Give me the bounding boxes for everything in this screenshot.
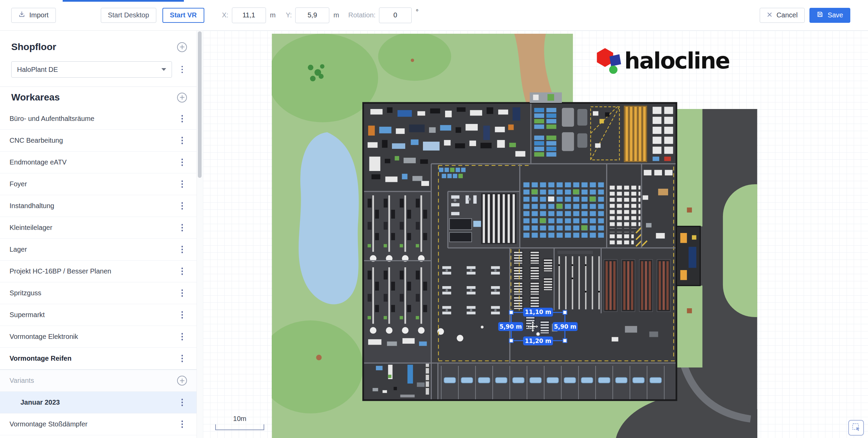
workarea-label: Endmontage eATV: [10, 158, 177, 166]
add-variant-button[interactable]: [177, 376, 187, 386]
workarea-item[interactable]: Vormontage Stoßdämpfer: [0, 413, 196, 435]
toolbar: Import Start Desktop Start VR X: m Y: m …: [0, 0, 868, 31]
dimension-label-left: 5,90 m: [498, 322, 523, 331]
workarea-item[interactable]: Kleinteilelager: [0, 217, 196, 239]
svg-text:11,20 m: 11,20 m: [525, 338, 551, 344]
svg-text:5,90 m: 5,90 m: [554, 323, 577, 330]
save-label: Save: [827, 11, 843, 19]
side-building: [676, 226, 700, 286]
import-button[interactable]: Import: [11, 8, 56, 23]
kebab-menu-icon[interactable]: [177, 266, 187, 277]
kebab-menu-icon[interactable]: [177, 201, 187, 211]
rotation-input[interactable]: [379, 7, 412, 23]
kebab-menu-icon[interactable]: [177, 223, 187, 233]
kebab-menu-icon[interactable]: [177, 310, 187, 320]
workarea-item[interactable]: CNC Bearbeitung: [0, 130, 196, 152]
add-workarea-button[interactable]: [177, 93, 187, 103]
add-shopfloor-button[interactable]: [177, 42, 187, 52]
plant-select-value: HaloPlant DE: [17, 66, 58, 74]
plant-kebab-menu-icon[interactable]: [177, 64, 187, 75]
kebab-menu-icon[interactable]: [177, 332, 187, 342]
kebab-menu-icon[interactable]: [177, 136, 187, 146]
variants-header: Variants: [0, 370, 196, 392]
pallet-storage: [523, 182, 604, 240]
cancel-label: Cancel: [776, 11, 798, 19]
x-unit: m: [270, 11, 276, 19]
x-label: X:: [222, 11, 228, 19]
workarea-label: Lager: [10, 246, 177, 253]
save-button[interactable]: Save: [809, 8, 850, 23]
workarea-label: CNC Bearbeitung: [10, 137, 177, 144]
kebab-menu-icon[interactable]: [177, 179, 187, 189]
floorplan-scene[interactable]: halocline: [272, 34, 757, 438]
logo-wordmark: halocline: [625, 48, 730, 74]
kebab-menu-icon[interactable]: [177, 288, 187, 298]
x-input[interactable]: [232, 7, 266, 23]
kebab-menu-icon[interactable]: [177, 419, 187, 429]
sidebar: Shopfloor HaloPlant DE Workareas Büro- u…: [0, 31, 196, 438]
workarea-item[interactable]: Supermarkt: [0, 304, 196, 326]
workarea-label: Foyer: [10, 180, 177, 188]
rotation-label: Rotation:: [348, 11, 376, 19]
top-accent-bar: [63, 0, 184, 2]
workarea-item[interactable]: Büro- und Aufenthaltsräume: [0, 108, 196, 130]
kebab-menu-icon[interactable]: [177, 245, 187, 255]
workarea-label: Supermarkt: [10, 311, 177, 319]
y-input[interactable]: [295, 7, 329, 23]
workarea-item[interactable]: Lager: [0, 239, 196, 261]
selection-handle-tr[interactable]: [563, 311, 567, 314]
workarea-item[interactable]: Wege: [0, 435, 196, 438]
start-vr-button[interactable]: Start VR: [162, 8, 204, 23]
scrollbar-thumb[interactable]: [198, 31, 202, 178]
workarea-item[interactable]: Vormontage Elektronik: [0, 326, 196, 348]
workarea-item[interactable]: Endmontage eATV: [0, 152, 196, 173]
scale-label: 10m: [233, 415, 247, 422]
workareas-title: Workareas: [11, 92, 60, 103]
variant-label: Januar 2023: [20, 398, 177, 406]
selection-handle-tl[interactable]: [509, 311, 513, 314]
variant-item[interactable]: Januar 2023: [0, 392, 196, 413]
cancel-button[interactable]: Cancel: [760, 8, 805, 23]
workarea-item[interactable]: Foyer: [0, 173, 196, 195]
scale-indicator: 10m: [215, 415, 264, 430]
start-desktop-button[interactable]: Start Desktop: [101, 8, 156, 23]
workarea-label: Vormontage Reifen: [10, 355, 177, 362]
floorplan-canvas[interactable]: halocline: [203, 31, 868, 438]
kebab-menu-icon[interactable]: [177, 397, 187, 408]
dimension-label-right: 5,90 m: [553, 322, 578, 331]
workarea-label: Vormontage Elektronik: [10, 333, 177, 341]
logo-circle: [609, 65, 617, 74]
halocline-logo: halocline: [597, 48, 729, 74]
chevron-down-icon: [161, 68, 166, 71]
kebab-menu-icon[interactable]: [177, 114, 187, 124]
start-desktop-label: Start Desktop: [108, 11, 149, 19]
forklift: [680, 270, 687, 280]
app-root: Import Start Desktop Start VR X: m Y: m …: [0, 0, 868, 438]
import-label: Import: [29, 11, 49, 19]
select-tool-button[interactable]: [848, 420, 864, 436]
selection-handle-br[interactable]: [563, 339, 567, 342]
kebab-menu-icon[interactable]: [177, 157, 187, 168]
forklift: [680, 233, 687, 243]
y-unit: m: [333, 11, 339, 19]
selection-handle-bl[interactable]: [509, 339, 513, 342]
pond: [299, 132, 359, 304]
dimension-label-bottom: 11,20 m: [523, 337, 553, 345]
shopfloor-title: Shopfloor: [11, 42, 56, 52]
selection-box[interactable]: 11,10 m 5,90 m 5,90 m 11,20 m: [498, 308, 578, 345]
sidebar-scrollbar[interactable]: [196, 31, 203, 438]
kebab-menu-icon[interactable]: [177, 354, 187, 364]
workarea-item[interactable]: Instandhaltung: [0, 195, 196, 217]
plant-select[interactable]: HaloPlant DE: [11, 61, 172, 78]
workarea-item-selected[interactable]: Vormontage Reifen: [0, 348, 196, 370]
save-icon: [817, 11, 823, 19]
workarea-item[interactable]: Spritzguss: [0, 282, 196, 304]
workarea-label: Büro- und Aufenthaltsräume: [10, 115, 177, 123]
import-icon: [18, 11, 25, 19]
y-label: Y:: [286, 11, 292, 19]
shopfloor-header: Shopfloor: [0, 31, 196, 61]
rotation-handle[interactable]: [536, 332, 540, 335]
workarea-item[interactable]: Projekt HC-16BP / Besser Planen: [0, 261, 196, 282]
cancel-x-icon: [767, 11, 772, 19]
workarea-label: Kleinteilelager: [10, 224, 177, 232]
